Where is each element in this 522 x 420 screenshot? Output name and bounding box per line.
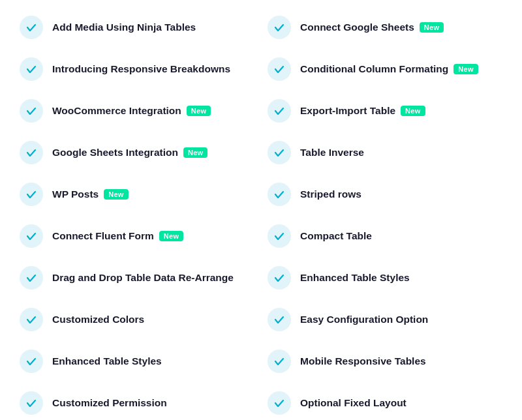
feature-label-conditional-column-formating: Conditional Column FormatingNew bbox=[300, 63, 478, 75]
check-icon bbox=[268, 16, 291, 39]
feature-item-conditional-column-formating: Conditional Column FormatingNew bbox=[261, 48, 509, 90]
feature-item-mobile-responsive: Mobile Responsive Tables bbox=[261, 340, 509, 382]
check-icon bbox=[268, 183, 291, 206]
feature-item-connect-google-sheets: Connect Google SheetsNew bbox=[261, 7, 509, 48]
feature-grid: Add Media Using Ninja Tables Introducing… bbox=[13, 7, 509, 420]
check-icon bbox=[20, 141, 43, 164]
feature-item-customized-permission: Customized Permission bbox=[13, 382, 261, 420]
feature-label-drag-drop: Drag and Drop Table Data Re-Arrange bbox=[52, 272, 234, 284]
feature-item-table-inverse: Table Inverse bbox=[261, 132, 509, 173]
feature-item-easy-configuration: Easy Configuration Option bbox=[261, 299, 509, 340]
feature-item-export-import-table: Export-Import TableNew bbox=[261, 90, 509, 132]
check-icon bbox=[20, 224, 43, 248]
feature-item-compact-table: Compact Table bbox=[261, 215, 509, 257]
check-icon bbox=[20, 266, 43, 290]
new-badge-conditional-column-formating: New bbox=[453, 64, 478, 74]
check-icon bbox=[268, 266, 291, 290]
check-icon bbox=[20, 308, 43, 331]
check-icon bbox=[268, 391, 291, 415]
feature-item-responsive-breakdowns: Introducing Responsive Breakdowns bbox=[13, 48, 261, 90]
feature-label-enhanced-table-styles-left: Enhanced Table Styles bbox=[52, 355, 162, 367]
new-badge-export-import-table: New bbox=[401, 106, 425, 116]
check-icon bbox=[20, 391, 43, 415]
check-icon bbox=[20, 99, 43, 123]
new-badge-connect-fluent-form: New bbox=[159, 231, 184, 241]
new-badge-wp-posts: New bbox=[104, 189, 129, 200]
right-column: Connect Google SheetsNew Conditional Col… bbox=[261, 7, 509, 420]
check-icon bbox=[268, 99, 291, 123]
new-badge-woocommerce-integration: New bbox=[187, 106, 211, 116]
feature-item-customized-colors: Customized Colors bbox=[13, 299, 261, 340]
feature-label-compact-table: Compact Table bbox=[300, 230, 372, 242]
check-icon bbox=[20, 183, 43, 206]
feature-item-enhanced-table-styles-right: Enhanced Table Styles bbox=[261, 257, 509, 299]
check-icon bbox=[20, 16, 43, 39]
feature-label-google-sheets-integration: Google Sheets IntegrationNew bbox=[52, 147, 207, 158]
feature-item-woocommerce-integration: WooCommerce IntegrationNew bbox=[13, 90, 261, 132]
feature-label-mobile-responsive: Mobile Responsive Tables bbox=[300, 355, 426, 367]
feature-label-striped-rows: Striped rows bbox=[300, 188, 361, 200]
check-icon bbox=[268, 57, 291, 81]
feature-label-responsive-breakdowns: Introducing Responsive Breakdowns bbox=[52, 63, 230, 75]
feature-item-enhanced-table-styles-left: Enhanced Table Styles bbox=[13, 340, 261, 382]
check-icon bbox=[268, 224, 291, 248]
check-icon bbox=[268, 308, 291, 331]
feature-label-enhanced-table-styles-right: Enhanced Table Styles bbox=[300, 272, 410, 284]
check-icon bbox=[268, 141, 291, 164]
feature-label-customized-colors: Customized Colors bbox=[52, 314, 144, 325]
feature-item-google-sheets-integration: Google Sheets IntegrationNew bbox=[13, 132, 261, 173]
feature-label-add-media: Add Media Using Ninja Tables bbox=[52, 22, 196, 33]
feature-item-optional-fixed-layout: Optional Fixed Layout bbox=[261, 382, 509, 420]
feature-item-wp-posts: WP PostsNew bbox=[13, 173, 261, 215]
check-icon bbox=[20, 350, 43, 373]
check-icon bbox=[268, 350, 291, 373]
new-badge-connect-google-sheets: New bbox=[420, 22, 444, 33]
feature-item-add-media: Add Media Using Ninja Tables bbox=[13, 7, 261, 48]
feature-label-woocommerce-integration: WooCommerce IntegrationNew bbox=[52, 105, 211, 117]
feature-item-connect-fluent-form: Connect Fluent FormNew bbox=[13, 215, 261, 257]
feature-label-export-import-table: Export-Import TableNew bbox=[300, 105, 425, 117]
feature-label-connect-fluent-form: Connect Fluent FormNew bbox=[52, 230, 183, 242]
feature-label-table-inverse: Table Inverse bbox=[300, 147, 364, 158]
left-column: Add Media Using Ninja Tables Introducing… bbox=[13, 7, 261, 420]
feature-item-drag-drop: Drag and Drop Table Data Re-Arrange bbox=[13, 257, 261, 299]
feature-label-optional-fixed-layout: Optional Fixed Layout bbox=[300, 397, 407, 409]
feature-label-connect-google-sheets: Connect Google SheetsNew bbox=[300, 22, 444, 33]
feature-label-wp-posts: WP PostsNew bbox=[52, 188, 129, 200]
check-icon bbox=[20, 57, 43, 81]
new-badge-google-sheets-integration: New bbox=[183, 147, 208, 158]
feature-label-customized-permission: Customized Permission bbox=[52, 397, 167, 409]
feature-label-easy-configuration: Easy Configuration Option bbox=[300, 314, 428, 325]
feature-item-striped-rows: Striped rows bbox=[261, 173, 509, 215]
